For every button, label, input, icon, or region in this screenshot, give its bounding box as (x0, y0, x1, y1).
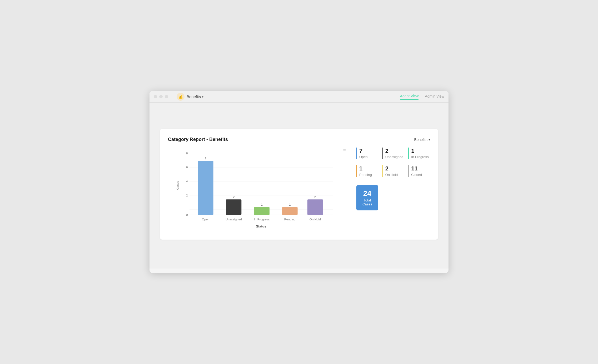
svg-text:0: 0 (186, 213, 188, 216)
stat-in-progress-label: In Progress (411, 155, 430, 159)
svg-rect-18 (282, 207, 298, 215)
stat-pending: 1 Pending (356, 165, 378, 176)
minimize-dot[interactable] (159, 95, 163, 98)
filter-dropdown[interactable]: Benefits ▾ (414, 138, 430, 142)
svg-rect-20 (307, 199, 323, 215)
svg-text:4: 4 (186, 179, 188, 183)
stat-unassigned-value: 2 (385, 148, 404, 154)
window-controls (154, 95, 168, 98)
bar-chart: 8 6 4 2 0 Cases 7 (168, 148, 346, 232)
app-window: 💰 Benefits ▾ Agent View Admin View Categ… (150, 91, 448, 273)
svg-rect-16 (254, 207, 270, 215)
stat-unassigned: 2 Unassigned (382, 148, 404, 159)
chart-area: ≡ 8 6 4 (168, 148, 346, 232)
svg-text:7: 7 (205, 156, 207, 160)
chart-menu-icon[interactable]: ≡ (343, 148, 346, 153)
close-dot[interactable] (154, 95, 157, 98)
svg-text:Open: Open (202, 218, 210, 221)
tab-admin-view[interactable]: Admin View (425, 94, 444, 99)
app-logo-area[interactable]: 💰 Benefits ▾ (177, 93, 203, 101)
chart-wrapper: ≡ 8 6 4 (168, 148, 346, 232)
nav-tabs: Agent View Admin View (400, 94, 444, 100)
stats-panel: 7 Open 2 Unassigned 1 In Progress 1 Pen (356, 148, 430, 210)
svg-text:8: 8 (186, 151, 188, 155)
bottom-spacer (160, 240, 438, 261)
svg-text:1: 1 (261, 203, 263, 206)
svg-text:Cases: Cases (176, 181, 179, 190)
stat-pending-value: 1 (359, 165, 378, 172)
stat-on-hold-value: 2 (385, 165, 404, 172)
report-card: Category Report - Benefits Benefits ▾ ≡ (160, 129, 438, 240)
svg-text:In Progress: In Progress (254, 218, 270, 221)
svg-text:1: 1 (289, 203, 291, 206)
filter-label: Benefits (414, 138, 427, 142)
stat-on-hold: 2 On Hold (382, 165, 404, 176)
stat-open-value: 7 (359, 148, 378, 154)
stat-in-progress: 1 In Progress (408, 148, 430, 159)
stat-open: 7 Open (356, 148, 378, 159)
filter-arrow: ▾ (428, 138, 430, 141)
total-cases-value: 24 (362, 189, 373, 198)
card-header: Category Report - Benefits Benefits ▾ (168, 137, 430, 142)
stat-unassigned-label: Unassigned (385, 155, 404, 159)
total-cases-box: 24 Total Cases (356, 185, 378, 210)
svg-text:2: 2 (233, 195, 235, 199)
stat-pending-label: Pending (359, 173, 378, 177)
svg-text:2: 2 (314, 195, 316, 199)
content-area: Category Report - Benefits Benefits ▾ ≡ (150, 103, 448, 269)
maximize-dot[interactable] (165, 95, 168, 98)
app-name-label: Benefits ▾ (187, 94, 203, 99)
titlebar: 💰 Benefits ▾ Agent View Admin View (150, 91, 448, 103)
stat-closed: 11 Closed (408, 165, 430, 176)
stat-closed-value: 11 (411, 165, 430, 172)
card-title: Category Report - Benefits (168, 137, 228, 142)
svg-text:2: 2 (186, 194, 188, 197)
svg-text:Unassigned: Unassigned (226, 218, 242, 221)
svg-rect-14 (226, 199, 242, 215)
svg-rect-12 (198, 161, 213, 215)
app-dropdown-arrow: ▾ (202, 95, 203, 99)
app-logo-icon: 💰 (177, 93, 185, 101)
stat-closed-label: Closed (411, 173, 430, 177)
chart-and-stats: ≡ 8 6 4 (168, 148, 430, 232)
total-cases-label: Total Cases (362, 198, 373, 206)
svg-text:Status: Status (256, 224, 266, 228)
app-name-text: Benefits (187, 94, 201, 99)
svg-text:On Hold: On Hold (310, 218, 321, 221)
stat-open-label: Open (359, 155, 378, 159)
stat-on-hold-label: On Hold (385, 173, 404, 177)
banner-area (160, 110, 438, 126)
svg-text:Pending: Pending (284, 218, 296, 221)
stat-in-progress-value: 1 (411, 148, 430, 154)
tab-agent-view[interactable]: Agent View (400, 94, 419, 100)
svg-text:6: 6 (186, 165, 188, 169)
